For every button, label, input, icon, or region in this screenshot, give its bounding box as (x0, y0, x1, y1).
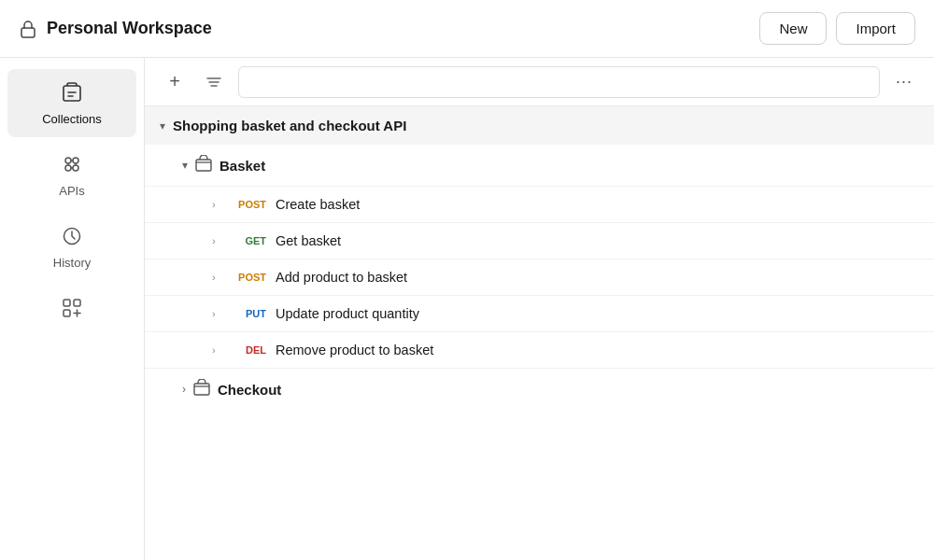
sidebar-item-plugins[interactable] (7, 285, 136, 335)
endpoint-remove-product[interactable]: › DEL Remove product to basket (145, 332, 934, 369)
basket-folder-label: Basket (219, 158, 265, 174)
svg-rect-21 (196, 160, 211, 171)
sidebar: Collections APIs (0, 58, 145, 560)
apis-icon (60, 152, 84, 180)
svg-rect-1 (64, 86, 80, 101)
plugins-icon (60, 296, 84, 324)
collections-label: Collections (42, 112, 102, 126)
svg-rect-13 (64, 300, 70, 306)
endpoint-get-basket[interactable]: › GET Get basket (145, 223, 934, 259)
endpoint-label: Add product to basket (276, 270, 407, 285)
folder-icon (193, 379, 210, 399)
endpoint-add-product[interactable]: › POST Add product to basket (145, 259, 934, 296)
endpoint-label: Create basket (276, 197, 360, 212)
import-button[interactable]: Import (836, 12, 915, 45)
collection-group-shopping[interactable]: ▾ Shopping basket and checkout API (145, 106, 934, 145)
folder-checkout[interactable]: › Checkout (145, 369, 934, 410)
method-badge-post: POST (233, 272, 266, 283)
toolbar: + ··· (145, 58, 934, 106)
endpoint-create-basket[interactable]: › POST Create basket (145, 187, 934, 223)
lock-icon (19, 20, 37, 38)
collection-group-label: Shopping basket and checkout API (173, 118, 406, 133)
collection-chevron: ▾ (160, 119, 165, 133)
endpoint-label: Remove product to basket (276, 343, 433, 357)
history-label: History (53, 256, 91, 270)
svg-point-5 (73, 158, 78, 163)
sidebar-item-apis[interactable]: APIs (7, 141, 136, 209)
endpoint-chevron: › (212, 308, 223, 319)
collection-tree: ▾ Shopping basket and checkout API ▾ Bas… (145, 106, 934, 560)
svg-rect-15 (64, 310, 70, 316)
method-badge-post: POST (233, 199, 266, 210)
checkout-folder-label: Checkout (218, 382, 281, 398)
endpoint-label: Update product quantity (276, 306, 419, 321)
endpoint-chevron: › (212, 235, 223, 246)
method-badge-del: DEL (233, 344, 266, 356)
endpoint-chevron: › (212, 272, 223, 283)
add-button[interactable]: + (160, 67, 190, 97)
svg-rect-0 (21, 28, 35, 37)
apis-label: APIs (59, 184, 84, 198)
method-badge-get: GET (233, 235, 266, 246)
more-options-button[interactable]: ··· (889, 67, 919, 97)
endpoint-chevron: › (212, 199, 223, 210)
header-actions: New Import (759, 12, 915, 45)
sidebar-item-collections[interactable]: Collections (7, 69, 136, 137)
workspace-title: Personal Workspace (47, 19, 212, 38)
method-badge-put: PUT (233, 308, 266, 319)
header: Personal Workspace New Import (0, 0, 934, 58)
endpoint-label: Get basket (276, 233, 341, 248)
checkout-chevron: › (182, 383, 186, 396)
endpoint-update-quantity[interactable]: › PUT Update product quantity (145, 296, 934, 332)
content-area: + ··· ▾ Shopping basket and checkout API… (145, 58, 934, 560)
folder-basket[interactable]: ▾ Basket (145, 145, 934, 187)
new-button[interactable]: New (759, 12, 827, 45)
collections-icon (60, 80, 84, 108)
filter-button[interactable] (199, 67, 229, 97)
svg-point-7 (73, 165, 78, 171)
header-left: Personal Workspace (19, 19, 212, 38)
endpoint-chevron: › (212, 344, 223, 356)
svg-rect-14 (74, 300, 80, 306)
history-icon (60, 224, 84, 252)
basket-chevron: ▾ (182, 159, 188, 172)
folder-icon (195, 155, 212, 175)
sidebar-item-history[interactable]: History (7, 213, 136, 281)
svg-point-6 (65, 165, 71, 171)
search-input[interactable] (238, 66, 880, 98)
main-layout: Collections APIs (0, 58, 934, 560)
svg-point-4 (65, 158, 71, 163)
svg-rect-22 (194, 384, 209, 395)
